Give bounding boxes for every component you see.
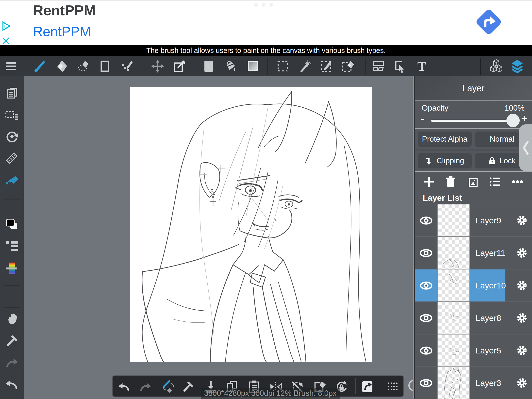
layer-name: Layer9 — [476, 216, 501, 225]
magic-wand-tool-icon[interactable] — [299, 59, 312, 73]
move-tool-icon[interactable] — [151, 59, 165, 73]
layer-row[interactable]: Layer5 — [415, 334, 532, 366]
delete-layer-icon[interactable] — [446, 176, 456, 187]
grid-handle-icon[interactable] — [386, 380, 400, 394]
opacity-plus-icon[interactable]: + — [521, 114, 528, 124]
top-divider — [0, 0, 532, 1]
brush-eraser-toggle-button[interactable] — [162, 380, 175, 394]
layer-row[interactable]: Layer9 — [415, 204, 532, 236]
layer-list-title: Layer List — [415, 192, 532, 204]
select-rectangle-tool-icon[interactable] — [276, 59, 290, 73]
add-layer-icon[interactable] — [424, 176, 434, 187]
adchoices-icon[interactable] — [1, 21, 12, 32]
fill-tool-icon[interactable] — [202, 59, 216, 73]
opacity-slider-track[interactable] — [431, 120, 512, 122]
foreground-color-swatch[interactable] — [5, 217, 19, 231]
layers-panel-icon[interactable] — [510, 59, 524, 73]
material-cubes-icon[interactable] — [489, 59, 503, 73]
layer-settings-button[interactable] — [512, 302, 532, 334]
paint-material-icon[interactable] — [5, 173, 19, 187]
redo-icon[interactable] — [5, 356, 19, 369]
layer-row[interactable]: Layer11 — [415, 236, 532, 269]
layer-settings-button[interactable] — [512, 367, 532, 399]
layer-name: Layer5 — [476, 346, 501, 355]
layer-name: Layer8 — [476, 313, 501, 323]
divide-panel-tool-icon[interactable] — [371, 59, 385, 73]
layer-row[interactable]: Layer8 — [415, 301, 532, 334]
select-pen-tool-icon[interactable] — [319, 59, 333, 73]
dot-pen-tool-icon[interactable] — [120, 59, 133, 73]
layer-thumbnail[interactable] — [437, 237, 470, 269]
object-select-tool-icon[interactable] — [393, 59, 407, 73]
layer-thumbnail[interactable] — [437, 204, 470, 236]
redo-button[interactable] — [138, 380, 152, 394]
clipping-icon — [425, 157, 432, 165]
eyedropper-icon[interactable] — [5, 334, 19, 348]
panel-collapse-handle[interactable] — [519, 124, 532, 171]
select-eraser-tool-icon[interactable] — [341, 59, 355, 73]
layer-name: Layer11 — [476, 248, 505, 258]
clipping-button[interactable]: Clipping — [418, 153, 472, 168]
text-tool-icon[interactable]: T — [415, 59, 429, 73]
clip-lock-row: Clipping Lock — [415, 150, 532, 172]
layer-image-icon[interactable] — [467, 176, 478, 187]
status-text: 3800*4280px 300dpi 12% Brush: 8.0px 100% — [201, 388, 340, 399]
rectangle-tool-icon[interactable] — [98, 59, 112, 73]
export-button[interactable] — [360, 380, 374, 394]
layer-visibility-toggle[interactable] — [415, 204, 437, 236]
color-spectrum-icon[interactable] — [5, 262, 19, 275]
hidden-button-fragment — [408, 380, 413, 391]
status-bar: 3800*4280px 300dpi 12% Brush: 8.0px 100% — [201, 388, 340, 399]
layer-panel-title: Layer — [462, 83, 484, 94]
ad-banner[interactable]: RentPPM RentPPM — [0, 0, 532, 45]
gradient-tool-icon[interactable] — [246, 59, 260, 73]
main-toolbar: T — [0, 56, 532, 76]
layer-visibility-toggle[interactable] — [415, 367, 437, 399]
page-indicator-dots — [254, 3, 273, 7]
left-sidebar — [0, 76, 24, 399]
tip-text: The brush tool allows users to paint on … — [146, 47, 386, 54]
layer-settings-button[interactable] — [512, 334, 532, 366]
layer-thumbnail[interactable] — [437, 302, 470, 334]
lasso-eraser-tool-icon[interactable] — [76, 59, 90, 73]
protect-alpha-button[interactable]: Protect Alpha — [418, 132, 472, 147]
layer-thumbnail[interactable] — [437, 334, 470, 366]
layer-list-icon[interactable] — [489, 177, 501, 187]
eyedropper-button[interactable] — [181, 380, 195, 394]
eraser-tool-icon[interactable] — [54, 59, 68, 73]
layer-settings-button[interactable] — [512, 237, 532, 269]
chevron-left-icon — [523, 140, 529, 155]
layer-visibility-toggle[interactable] — [415, 269, 437, 301]
ad-link[interactable]: RentPPM — [33, 24, 91, 39]
layer-visibility-toggle[interactable] — [415, 237, 437, 269]
layer-row[interactable]: Layer10 — [415, 269, 532, 301]
transform-tool-icon[interactable] — [172, 59, 186, 73]
share-icon[interactable] — [475, 8, 503, 36]
layer-visibility-toggle[interactable] — [415, 334, 437, 366]
opacity-minus-icon[interactable]: - — [421, 114, 424, 124]
hand-tool-icon[interactable] — [5, 312, 19, 326]
layer-visibility-toggle[interactable] — [415, 302, 437, 334]
opacity-slider-handle[interactable] — [506, 114, 520, 127]
undo-icon[interactable] — [5, 377, 19, 391]
layer-settings-button[interactable] — [512, 269, 532, 301]
paint-bucket-tool-icon[interactable] — [223, 59, 237, 73]
ad-title: RentPPM — [33, 2, 96, 18]
layer-row[interactable]: Layer3 — [415, 366, 532, 399]
canvas[interactable] — [130, 87, 372, 362]
selection-options-icon[interactable] — [5, 108, 19, 122]
menu-icon[interactable] — [4, 59, 18, 73]
layer-thumbnail[interactable] — [437, 269, 470, 301]
pages-icon[interactable] — [5, 86, 19, 100]
ruler-icon[interactable] — [5, 151, 19, 165]
workspace[interactable]: 3800*4280px 300dpi 12% Brush: 8.0px 100% — [24, 76, 413, 399]
layer-settings-button[interactable] — [512, 204, 532, 236]
brush-tool-icon[interactable] — [33, 59, 46, 73]
ad-close-icon[interactable] — [1, 36, 10, 45]
rotate-reset-icon[interactable] — [5, 130, 19, 143]
tip-bar: The brush tool allows users to paint on … — [0, 45, 532, 56]
brush-list-icon[interactable] — [5, 239, 19, 253]
undo-button[interactable] — [117, 380, 131, 394]
more-options-icon[interactable] — [512, 180, 523, 183]
layer-thumbnail[interactable] — [437, 367, 470, 399]
